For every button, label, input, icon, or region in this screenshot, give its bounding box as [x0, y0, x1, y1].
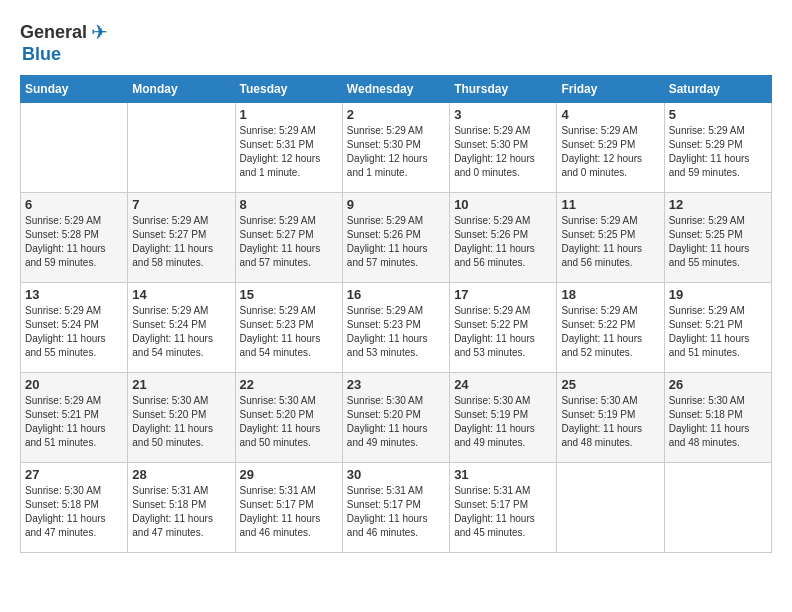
calendar-cell: 1Sunrise: 5:29 AM Sunset: 5:31 PM Daylig…	[235, 103, 342, 193]
day-number: 27	[25, 467, 123, 482]
calendar-cell	[21, 103, 128, 193]
day-info: Sunrise: 5:30 AM Sunset: 5:19 PM Dayligh…	[561, 394, 659, 450]
day-number: 16	[347, 287, 445, 302]
calendar-cell: 5Sunrise: 5:29 AM Sunset: 5:29 PM Daylig…	[664, 103, 771, 193]
day-number: 17	[454, 287, 552, 302]
calendar-cell: 22Sunrise: 5:30 AM Sunset: 5:20 PM Dayli…	[235, 373, 342, 463]
day-info: Sunrise: 5:29 AM Sunset: 5:23 PM Dayligh…	[347, 304, 445, 360]
calendar-cell: 16Sunrise: 5:29 AM Sunset: 5:23 PM Dayli…	[342, 283, 449, 373]
weekday-header-monday: Monday	[128, 76, 235, 103]
day-info: Sunrise: 5:29 AM Sunset: 5:23 PM Dayligh…	[240, 304, 338, 360]
calendar-cell: 21Sunrise: 5:30 AM Sunset: 5:20 PM Dayli…	[128, 373, 235, 463]
day-number: 25	[561, 377, 659, 392]
day-info: Sunrise: 5:29 AM Sunset: 5:25 PM Dayligh…	[561, 214, 659, 270]
day-info: Sunrise: 5:29 AM Sunset: 5:24 PM Dayligh…	[25, 304, 123, 360]
calendar-week-5: 27Sunrise: 5:30 AM Sunset: 5:18 PM Dayli…	[21, 463, 772, 553]
calendar-cell: 11Sunrise: 5:29 AM Sunset: 5:25 PM Dayli…	[557, 193, 664, 283]
calendar-cell: 28Sunrise: 5:31 AM Sunset: 5:18 PM Dayli…	[128, 463, 235, 553]
day-number: 20	[25, 377, 123, 392]
day-info: Sunrise: 5:30 AM Sunset: 5:18 PM Dayligh…	[669, 394, 767, 450]
day-number: 15	[240, 287, 338, 302]
day-number: 8	[240, 197, 338, 212]
weekday-header-sunday: Sunday	[21, 76, 128, 103]
calendar-cell	[557, 463, 664, 553]
day-number: 12	[669, 197, 767, 212]
day-info: Sunrise: 5:29 AM Sunset: 5:24 PM Dayligh…	[132, 304, 230, 360]
day-info: Sunrise: 5:29 AM Sunset: 5:31 PM Dayligh…	[240, 124, 338, 180]
day-number: 13	[25, 287, 123, 302]
calendar-cell: 24Sunrise: 5:30 AM Sunset: 5:19 PM Dayli…	[450, 373, 557, 463]
day-info: Sunrise: 5:29 AM Sunset: 5:30 PM Dayligh…	[454, 124, 552, 180]
day-info: Sunrise: 5:29 AM Sunset: 5:21 PM Dayligh…	[25, 394, 123, 450]
day-number: 22	[240, 377, 338, 392]
weekday-header-thursday: Thursday	[450, 76, 557, 103]
calendar-cell: 23Sunrise: 5:30 AM Sunset: 5:20 PM Dayli…	[342, 373, 449, 463]
day-info: Sunrise: 5:29 AM Sunset: 5:22 PM Dayligh…	[454, 304, 552, 360]
day-info: Sunrise: 5:30 AM Sunset: 5:20 PM Dayligh…	[132, 394, 230, 450]
day-info: Sunrise: 5:29 AM Sunset: 5:30 PM Dayligh…	[347, 124, 445, 180]
day-info: Sunrise: 5:29 AM Sunset: 5:22 PM Dayligh…	[561, 304, 659, 360]
calendar-cell	[664, 463, 771, 553]
day-number: 2	[347, 107, 445, 122]
calendar-cell: 12Sunrise: 5:29 AM Sunset: 5:25 PM Dayli…	[664, 193, 771, 283]
day-info: Sunrise: 5:29 AM Sunset: 5:29 PM Dayligh…	[669, 124, 767, 180]
day-info: Sunrise: 5:31 AM Sunset: 5:18 PM Dayligh…	[132, 484, 230, 540]
calendar-week-2: 6Sunrise: 5:29 AM Sunset: 5:28 PM Daylig…	[21, 193, 772, 283]
day-number: 31	[454, 467, 552, 482]
day-info: Sunrise: 5:30 AM Sunset: 5:20 PM Dayligh…	[240, 394, 338, 450]
day-info: Sunrise: 5:30 AM Sunset: 5:18 PM Dayligh…	[25, 484, 123, 540]
calendar-cell: 30Sunrise: 5:31 AM Sunset: 5:17 PM Dayli…	[342, 463, 449, 553]
calendar-cell: 20Sunrise: 5:29 AM Sunset: 5:21 PM Dayli…	[21, 373, 128, 463]
day-number: 28	[132, 467, 230, 482]
day-number: 4	[561, 107, 659, 122]
day-number: 29	[240, 467, 338, 482]
weekday-header-friday: Friday	[557, 76, 664, 103]
day-number: 9	[347, 197, 445, 212]
calendar-cell: 10Sunrise: 5:29 AM Sunset: 5:26 PM Dayli…	[450, 193, 557, 283]
calendar-cell: 25Sunrise: 5:30 AM Sunset: 5:19 PM Dayli…	[557, 373, 664, 463]
day-info: Sunrise: 5:29 AM Sunset: 5:26 PM Dayligh…	[347, 214, 445, 270]
day-number: 7	[132, 197, 230, 212]
calendar-cell: 17Sunrise: 5:29 AM Sunset: 5:22 PM Dayli…	[450, 283, 557, 373]
calendar-cell: 19Sunrise: 5:29 AM Sunset: 5:21 PM Dayli…	[664, 283, 771, 373]
day-number: 10	[454, 197, 552, 212]
day-info: Sunrise: 5:31 AM Sunset: 5:17 PM Dayligh…	[454, 484, 552, 540]
weekday-header-wednesday: Wednesday	[342, 76, 449, 103]
calendar-cell: 27Sunrise: 5:30 AM Sunset: 5:18 PM Dayli…	[21, 463, 128, 553]
day-number: 11	[561, 197, 659, 212]
logo-general-text: General	[20, 22, 87, 43]
calendar-cell: 14Sunrise: 5:29 AM Sunset: 5:24 PM Dayli…	[128, 283, 235, 373]
calendar-table: SundayMondayTuesdayWednesdayThursdayFrid…	[20, 75, 772, 553]
calendar-cell: 18Sunrise: 5:29 AM Sunset: 5:22 PM Dayli…	[557, 283, 664, 373]
day-number: 19	[669, 287, 767, 302]
calendar-week-1: 1Sunrise: 5:29 AM Sunset: 5:31 PM Daylig…	[21, 103, 772, 193]
day-info: Sunrise: 5:30 AM Sunset: 5:20 PM Dayligh…	[347, 394, 445, 450]
calendar-cell: 3Sunrise: 5:29 AM Sunset: 5:30 PM Daylig…	[450, 103, 557, 193]
calendar-week-3: 13Sunrise: 5:29 AM Sunset: 5:24 PM Dayli…	[21, 283, 772, 373]
calendar-cell: 15Sunrise: 5:29 AM Sunset: 5:23 PM Dayli…	[235, 283, 342, 373]
day-number: 5	[669, 107, 767, 122]
day-number: 24	[454, 377, 552, 392]
calendar-cell: 29Sunrise: 5:31 AM Sunset: 5:17 PM Dayli…	[235, 463, 342, 553]
day-number: 1	[240, 107, 338, 122]
calendar-cell: 2Sunrise: 5:29 AM Sunset: 5:30 PM Daylig…	[342, 103, 449, 193]
day-number: 18	[561, 287, 659, 302]
logo: General ✈ Blue	[20, 20, 108, 65]
day-info: Sunrise: 5:29 AM Sunset: 5:21 PM Dayligh…	[669, 304, 767, 360]
day-number: 30	[347, 467, 445, 482]
calendar-cell: 7Sunrise: 5:29 AM Sunset: 5:27 PM Daylig…	[128, 193, 235, 283]
day-info: Sunrise: 5:29 AM Sunset: 5:26 PM Dayligh…	[454, 214, 552, 270]
calendar-cell: 8Sunrise: 5:29 AM Sunset: 5:27 PM Daylig…	[235, 193, 342, 283]
day-number: 3	[454, 107, 552, 122]
calendar-cell: 9Sunrise: 5:29 AM Sunset: 5:26 PM Daylig…	[342, 193, 449, 283]
day-number: 23	[347, 377, 445, 392]
day-info: Sunrise: 5:30 AM Sunset: 5:19 PM Dayligh…	[454, 394, 552, 450]
calendar-week-4: 20Sunrise: 5:29 AM Sunset: 5:21 PM Dayli…	[21, 373, 772, 463]
day-info: Sunrise: 5:29 AM Sunset: 5:27 PM Dayligh…	[132, 214, 230, 270]
logo-blue-text: Blue	[22, 44, 61, 65]
day-number: 21	[132, 377, 230, 392]
calendar-cell: 13Sunrise: 5:29 AM Sunset: 5:24 PM Dayli…	[21, 283, 128, 373]
day-info: Sunrise: 5:29 AM Sunset: 5:27 PM Dayligh…	[240, 214, 338, 270]
day-info: Sunrise: 5:29 AM Sunset: 5:25 PM Dayligh…	[669, 214, 767, 270]
day-info: Sunrise: 5:29 AM Sunset: 5:29 PM Dayligh…	[561, 124, 659, 180]
